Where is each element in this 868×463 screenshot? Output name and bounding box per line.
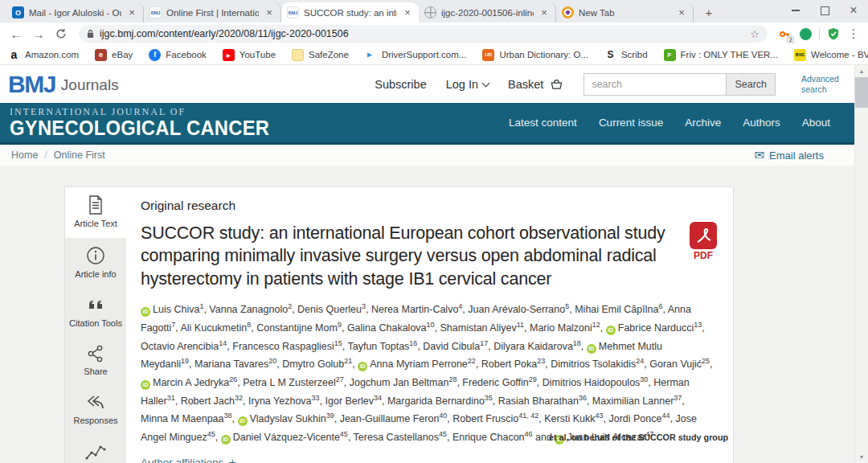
author[interactable]: Mario Malzoni12, (530, 322, 606, 334)
author[interactable]: Robert Fruscio41, 42, (452, 413, 544, 424)
address-bar[interactable]: ijgc.bmj.com/content/early/2020/08/11/ij… (79, 25, 768, 43)
bookmark-friv[interactable]: Friv : ONLY THE VER... (664, 49, 778, 61)
author-affiliations-toggle[interactable]: Author affiliations + (141, 456, 717, 463)
search-input[interactable] (583, 73, 727, 96)
tab-online-first[interactable]: Online First | International Jou (144, 2, 281, 23)
tab-close-icon[interactable] (538, 6, 550, 18)
author[interactable]: Anna Myriam Perrone22, (358, 359, 481, 370)
author[interactable]: Shamistan Aliyev11, (440, 322, 530, 334)
reload-button[interactable] (51, 24, 71, 43)
author[interactable]: Daniel Vázquez-Vicente45, (221, 432, 354, 443)
forward-button[interactable]: → (29, 24, 48, 43)
author[interactable]: Dimitrios Tsolakidis24, (551, 359, 649, 370)
extension-green[interactable] (796, 25, 814, 43)
browser-menu-icon[interactable] (845, 27, 862, 41)
author[interactable]: Octavio Arencibia14, (141, 341, 232, 352)
bookmark-safezone[interactable]: SafeZone (292, 49, 349, 61)
author[interactable]: Maximilian Lanner37, (592, 395, 685, 407)
author[interactable]: Luis Chiva1, (141, 304, 209, 315)
login-link[interactable]: Log In (446, 78, 489, 91)
author[interactable]: Enrique Chacon46 and (452, 432, 555, 443)
advanced-search-link[interactable]: Advanced search (801, 74, 846, 93)
author[interactable]: Tayfun Toptas16, (347, 341, 423, 352)
author[interactable]: Galina Chakalova10, (347, 322, 440, 334)
tab-close-icon[interactable] (402, 6, 413, 18)
author[interactable]: Denis Querleu3, (297, 304, 371, 315)
bookmark-urban-dictionary[interactable]: Urban Dictionary: O... (482, 49, 588, 61)
nav-about[interactable]: About (802, 117, 830, 129)
bookmark-amazon[interactable]: Amazon.com (8, 49, 79, 61)
author[interactable]: Constantijne Mom9, (256, 322, 347, 334)
maximize-button[interactable] (810, 0, 839, 21)
scroll-down-arrow[interactable]: ▼ (855, 451, 868, 463)
bookmark-bvg[interactable]: Welcome - BVG.de (794, 49, 868, 61)
nav-authors[interactable]: Authors (743, 117, 780, 129)
author[interactable]: Minna M Maenpaa38, (141, 413, 238, 424)
scrollbar-thumb[interactable] (855, 77, 868, 108)
author[interactable]: Jogchum Jan Beltman28, (350, 377, 463, 388)
sidebar-item-article-info[interactable]: Article info (65, 238, 126, 289)
search-button[interactable]: Search (727, 73, 776, 96)
bookmark-star-icon[interactable] (750, 28, 760, 40)
lock-icon[interactable] (87, 29, 94, 39)
bookmark-facebook[interactable]: Facebook (149, 49, 207, 61)
author[interactable]: Igor Berlev34, (326, 395, 387, 407)
author[interactable]: Dilyara Kaidarova18, (493, 341, 587, 352)
author[interactable]: Mihai Emil Căpîlna6, (575, 304, 668, 315)
window-close-button[interactable] (839, 0, 868, 21)
author[interactable]: Vanna Zanagnolo2, (209, 304, 297, 315)
author[interactable]: Jordi Ponce44, (608, 413, 675, 424)
author[interactable]: Iryna Yezhova33, (248, 395, 326, 407)
bookmark-youtube[interactable]: YouTube (223, 49, 276, 61)
subscribe-link[interactable]: Subscribe (375, 78, 426, 91)
back-button[interactable]: ← (6, 24, 26, 43)
tab-close-icon[interactable] (264, 6, 275, 18)
author[interactable]: Robert Jach32, (181, 395, 248, 407)
tab-close-icon[interactable] (126, 6, 137, 18)
nav-latest-content[interactable]: Latest content (509, 117, 577, 129)
tab-new-tab[interactable]: New Tab (556, 2, 694, 23)
tab-supplement[interactable]: ijgc-2020-001506-inline-suppl (419, 2, 556, 23)
journal-logo-link[interactable]: INTERNATIONAL JOURNAL OF GYNECOLOGICAL C… (0, 107, 283, 138)
tab-succor-study-active[interactable]: SUCCOR study: an internation (281, 2, 419, 23)
sidebar-item-responses[interactable]: Responses (65, 386, 126, 435)
sidebar-item-share[interactable]: Share (65, 337, 126, 386)
author[interactable]: Marcin A Jedryka26, (141, 377, 243, 388)
author[interactable]: Jean-Guillaume Feron40, (340, 413, 453, 424)
sidebar-item-citation-tools[interactable]: Citation Tools (65, 289, 126, 338)
nav-archive[interactable]: Archive (685, 117, 721, 129)
basket-link[interactable]: Basket (508, 77, 564, 91)
author[interactable]: Francesco Raspagliesi15, (232, 341, 347, 352)
author[interactable]: Juan Arévalo-Serrano5, (468, 304, 575, 315)
extension-shield[interactable] (825, 25, 842, 43)
tab-close-icon[interactable] (676, 6, 687, 18)
author[interactable]: Vladyslav Sukhin39, (238, 413, 340, 424)
sidebar-item-article-text[interactable]: Article Text (65, 187, 126, 238)
page-scrollbar[interactable]: ▲ ▼ (854, 65, 868, 463)
author[interactable]: Dimitrios Haidopoulos30, (542, 377, 654, 388)
breadcrumb-home[interactable]: Home (11, 150, 38, 161)
author[interactable]: Frederic Goffin29, (462, 377, 542, 388)
bookmark-scribd[interactable]: Scribd (604, 49, 648, 61)
author[interactable]: Robert Poka23, (481, 359, 551, 370)
bookmark-ebay[interactable]: eBay (95, 49, 133, 61)
pdf-download[interactable]: PDF (690, 222, 717, 261)
bmj-logo[interactable]: BMJ (8, 72, 55, 96)
author[interactable]: Mariana Tavares20, (194, 359, 282, 370)
bookmark-driversupport[interactable]: DriverSupport.com... (365, 49, 466, 61)
author[interactable]: Rasiah Bharathan36, (498, 395, 592, 407)
scroll-up-arrow[interactable]: ▲ (855, 65, 868, 77)
email-alerts-link[interactable]: Email alerts (755, 148, 825, 162)
new-tab-button[interactable] (698, 2, 719, 23)
author[interactable]: Ali Kucukmetin8, (181, 322, 257, 334)
extension-key[interactable]: 2 (776, 25, 793, 43)
author[interactable]: Nerea Martin-Calvo4, (371, 304, 468, 315)
sidebar-item-article-metrics[interactable]: Article metrics (65, 435, 126, 463)
author[interactable]: Fabrice Narducci13, (606, 322, 705, 334)
nav-current-issue[interactable]: Current issue (599, 117, 663, 129)
author[interactable]: Teresa Castellanos45, (354, 432, 452, 443)
author[interactable]: Kersti Kukk43, (544, 413, 608, 424)
tab-outlook[interactable]: Mail - Igor Aluloski - Outlook (6, 2, 144, 23)
author[interactable]: Petra L M Zusterzeel27, (243, 377, 350, 388)
breadcrumb-online-first[interactable]: Online First (54, 150, 105, 161)
